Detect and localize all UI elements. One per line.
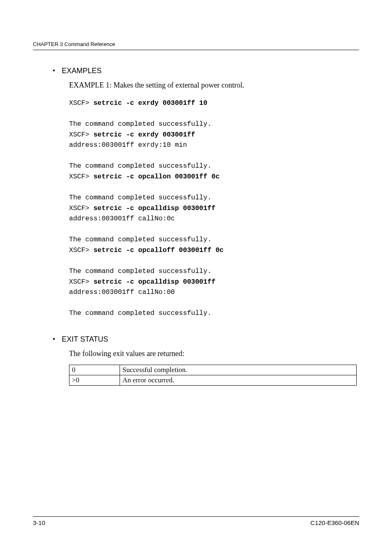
exit-status-heading-row: • EXIT STATUS	[53, 335, 359, 349]
bullet-icon: •	[53, 335, 55, 343]
page-footer: 3-10 C120-E360-06EN	[33, 516, 359, 526]
cli-command: setrcic -c opcalloff 003001ff 0c	[93, 246, 224, 254]
cli-prompt: XSCF>	[69, 246, 93, 254]
cli-prompt: XSCF>	[69, 99, 93, 107]
cli-output: address:003001ff callNo:00	[69, 288, 175, 296]
cli-output: address:003001ff exrdy:10 min	[69, 141, 187, 149]
cli-output: The command completed successfully.	[69, 309, 212, 317]
cli-command: setrcic -c opcalldisp 003001ff	[93, 204, 215, 212]
cli-prompt: XSCF>	[69, 131, 93, 139]
table-row: >0An error occurred.	[69, 375, 357, 385]
page-header: CHAPTER 3 Command Reference	[33, 41, 359, 50]
exit-status-intro: The following exit values are returned:	[69, 349, 359, 358]
cli-prompt: XSCF>	[69, 278, 93, 286]
cli-output: The command completed successfully.	[69, 162, 212, 170]
exit-status-table: 0Successful completion.>0An error occurr…	[69, 365, 357, 386]
page-number: 3-10	[33, 519, 45, 526]
exit-status-heading: EXIT STATUS	[62, 335, 108, 344]
cli-command: setrcic -c exrdy 003001ff	[93, 131, 195, 139]
chapter-label: CHAPTER 3 Command Reference	[33, 41, 115, 47]
exit-desc: An error occurred.	[120, 375, 357, 385]
cli-command: setrcic -c opcallon 003001ff 0c	[93, 173, 219, 180]
table-row: 0Successful completion.	[69, 365, 357, 375]
cli-prompt: XSCF>	[69, 204, 93, 212]
cli-prompt: XSCF>	[69, 173, 93, 180]
cli-output: The command completed successfully.	[69, 236, 212, 243]
example-1-label: EXAMPLE 1: Makes the setting of external…	[69, 81, 359, 90]
cli-output: The command completed successfully.	[69, 194, 212, 201]
cli-output: address:003001ff callNo:0c	[69, 215, 175, 222]
cli-command: setrcic -c exrdy 003001ff 10	[93, 99, 207, 107]
cli-output: The command completed successfully.	[69, 120, 212, 128]
bullet-icon: •	[53, 67, 55, 74]
examples-heading-row: • EXAMPLES	[53, 67, 359, 81]
cli-output: The command completed successfully.	[69, 267, 212, 275]
exit-desc: Successful completion.	[120, 365, 357, 375]
exit-code: 0	[69, 365, 120, 375]
cli-command: setrcic -c opcalldisp 003001ff	[93, 278, 215, 286]
exit-code: >0	[69, 375, 120, 385]
examples-heading: EXAMPLES	[62, 67, 101, 75]
doc-id: C120-E360-06EN	[311, 519, 359, 526]
code-block: XSCF> setrcic -c exrdy 003001ff 10 The c…	[69, 98, 359, 319]
